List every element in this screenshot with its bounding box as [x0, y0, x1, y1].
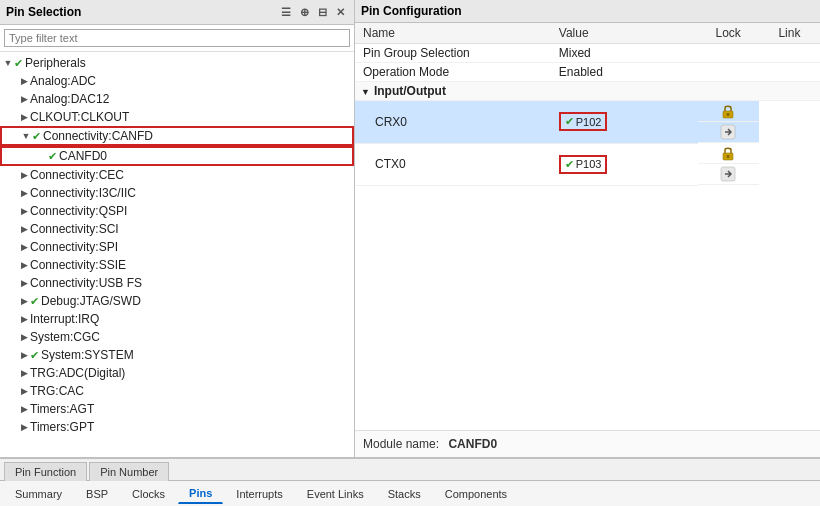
- right-panel: Pin Configuration Name Value Lock Link P…: [355, 0, 820, 457]
- filter-input[interactable]: [4, 29, 350, 47]
- row-link: [759, 44, 820, 63]
- tree-item-analog-adc[interactable]: ▶ Analog:ADC: [0, 72, 354, 90]
- arrow-down-icon: ▼: [2, 58, 14, 68]
- svg-rect-1: [727, 113, 730, 116]
- row-lock: [698, 63, 759, 82]
- tree-item-trg-adc[interactable]: ▶ TRG:ADC(Digital): [0, 364, 354, 382]
- remove-icon[interactable]: ⊟: [314, 4, 330, 20]
- link-arrow-icon: [720, 166, 736, 182]
- table-row[interactable]: Pin Group Selection Mixed: [355, 44, 820, 63]
- bottom-tab-bar: Pin Function Pin Number: [0, 457, 820, 480]
- module-name-label: Module name:: [363, 437, 439, 451]
- arrow-right-icon: ▶: [18, 278, 30, 288]
- group-header-row[interactable]: ▼Input/Output: [355, 82, 820, 101]
- tree-item-timers-agt[interactable]: ▶ Timers:AGT: [0, 400, 354, 418]
- row-link: [759, 63, 820, 82]
- tree-item-connectivity-usb-fs[interactable]: ▶ Connectivity:USB FS: [0, 274, 354, 292]
- tree-label: Connectivity:I3C/IIC: [30, 186, 136, 200]
- config-table: Name Value Lock Link Pin Group Selection…: [355, 23, 820, 430]
- check-icon: ✔: [32, 130, 41, 143]
- tree-item-interrupt-irq[interactable]: ▶ Interrupt:IRQ: [0, 310, 354, 328]
- check-icon: ✔: [30, 349, 39, 362]
- arrow-right-icon: ▶: [18, 170, 30, 180]
- close-icon[interactable]: ✕: [332, 4, 348, 20]
- row-name: Pin Group Selection: [355, 44, 551, 63]
- check-icon: ✔: [565, 158, 574, 171]
- arrow-right-icon: ▶: [18, 224, 30, 234]
- row-lock[interactable]: [698, 143, 759, 164]
- pin-value-badge: ✔P103: [559, 155, 608, 174]
- row-lock[interactable]: [698, 101, 759, 122]
- arrow-right-icon: ▶: [18, 112, 30, 122]
- tree-label: Timers:GPT: [30, 420, 94, 434]
- tree-label: Connectivity:SPI: [30, 240, 118, 254]
- tree-label: Peripherals: [25, 56, 86, 70]
- tree-item-analog-dac12[interactable]: ▶ Analog:DAC12: [0, 90, 354, 108]
- tree-item-connectivity-ssie[interactable]: ▶ Connectivity:SSIE: [0, 256, 354, 274]
- module-name-value: CANFD0: [448, 437, 497, 451]
- row-value: ✔P102: [551, 101, 698, 144]
- tree-item-connectivity-cec[interactable]: ▶ Connectivity:CEC: [0, 166, 354, 184]
- row-name: CTX0: [355, 143, 551, 185]
- tree-item-canfd0[interactable]: ✔ CANFD0: [0, 146, 354, 166]
- footer-tab-interrupts[interactable]: Interrupts: [225, 484, 293, 504]
- tree-item-connectivity-qspi[interactable]: ▶ Connectivity:QSPI: [0, 202, 354, 220]
- check-icon: ✔: [565, 115, 574, 128]
- arrow-right-icon: ▶: [18, 76, 30, 86]
- tree-item-system-cgc[interactable]: ▶ System:CGC: [0, 328, 354, 346]
- footer-tab-event-links[interactable]: Event Links: [296, 484, 375, 504]
- tree-item-connectivity-spi[interactable]: ▶ Connectivity:SPI: [0, 238, 354, 256]
- svg-rect-4: [727, 155, 730, 158]
- row-value: ✔P103: [551, 143, 698, 185]
- tree-item-system-system[interactable]: ▶ ✔ System:SYSTEM: [0, 346, 354, 364]
- tree-label: CLKOUT:CLKOUT: [30, 110, 129, 124]
- table-row[interactable]: Operation Mode Enabled: [355, 63, 820, 82]
- table-row[interactable]: CRX0 ✔P102: [355, 101, 820, 144]
- row-lock: [698, 44, 759, 63]
- footer-tab-stacks[interactable]: Stacks: [377, 484, 432, 504]
- tree-label: System:SYSTEM: [41, 348, 134, 362]
- footer-tab-bsp[interactable]: BSP: [75, 484, 119, 504]
- tree-item-clkout[interactable]: ▶ CLKOUT:CLKOUT: [0, 108, 354, 126]
- left-panel: Pin Selection ☰ ⊕ ⊟ ✕ ▼ ✔ Peripherals ▶ …: [0, 0, 355, 457]
- arrow-right-icon: ▶: [18, 206, 30, 216]
- col-header-value: Value: [551, 23, 698, 44]
- col-header-link: Link: [759, 23, 820, 44]
- tree-label: Connectivity:CANFD: [43, 129, 153, 143]
- col-header-lock: Lock: [698, 23, 759, 44]
- list-icon[interactable]: ☰: [278, 4, 294, 20]
- tree-item-peripherals[interactable]: ▼ ✔ Peripherals: [0, 54, 354, 72]
- footer-tab-components[interactable]: Components: [434, 484, 518, 504]
- tree-label: TRG:ADC(Digital): [30, 366, 125, 380]
- footer-tab-pins[interactable]: Pins: [178, 483, 223, 504]
- row-link[interactable]: [698, 164, 759, 185]
- tree-item-connectivity-i3c[interactable]: ▶ Connectivity:I3C/IIC: [0, 184, 354, 202]
- group-header-label: ▼Input/Output: [355, 82, 820, 101]
- tree-item-connectivity-canfd[interactable]: ▼ ✔ Connectivity:CANFD: [0, 126, 354, 146]
- tab-pin-number[interactable]: Pin Number: [89, 462, 169, 481]
- check-icon: ✔: [30, 295, 39, 308]
- tree-label: System:CGC: [30, 330, 100, 344]
- tree-item-trg-cac[interactable]: ▶ TRG:CAC: [0, 382, 354, 400]
- expand-arrow-icon: ▼: [361, 87, 370, 97]
- table-row[interactable]: CTX0 ✔P103: [355, 143, 820, 185]
- tree-label: Connectivity:QSPI: [30, 204, 127, 218]
- tree-item-debug-jtag[interactable]: ▶ ✔ Debug:JTAG/SWD: [0, 292, 354, 310]
- arrow-right-icon: ▶: [18, 422, 30, 432]
- config-data-table: Name Value Lock Link Pin Group Selection…: [355, 23, 820, 186]
- tree-item-connectivity-sci[interactable]: ▶ Connectivity:SCI: [0, 220, 354, 238]
- arrow-down-icon: ▼: [20, 131, 32, 141]
- tree-label: Connectivity:CEC: [30, 168, 124, 182]
- row-link[interactable]: [698, 122, 759, 143]
- footer-tab-clocks[interactable]: Clocks: [121, 484, 176, 504]
- tree-item-timers-gpt[interactable]: ▶ Timers:GPT: [0, 418, 354, 436]
- tree-label: Connectivity:USB FS: [30, 276, 142, 290]
- left-panel-title: Pin Selection ☰ ⊕ ⊟ ✕: [0, 0, 354, 25]
- tree-label: Analog:ADC: [30, 74, 96, 88]
- footer-nav: Summary BSP Clocks Pins Interrupts Event…: [0, 480, 820, 506]
- tree-label: Debug:JTAG/SWD: [41, 294, 141, 308]
- tab-pin-function[interactable]: Pin Function: [4, 462, 87, 481]
- arrow-right-icon: ▶: [18, 350, 30, 360]
- footer-tab-summary[interactable]: Summary: [4, 484, 73, 504]
- add-icon[interactable]: ⊕: [296, 4, 312, 20]
